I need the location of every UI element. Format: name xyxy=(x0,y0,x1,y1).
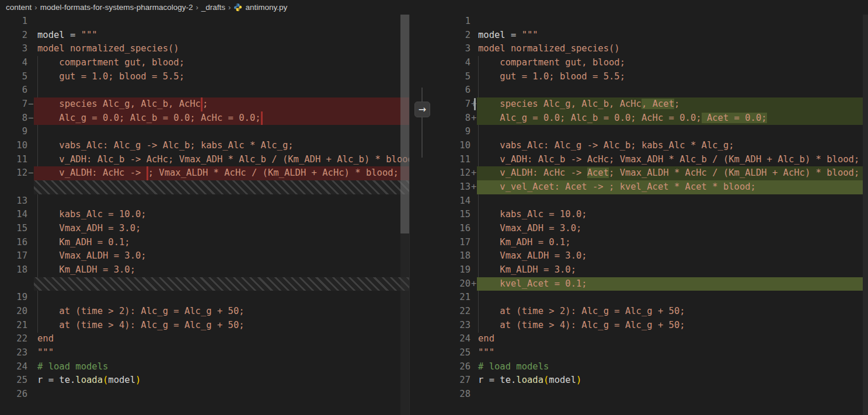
line-number[interactable]: 11 xyxy=(0,153,27,167)
code-line[interactable]: 3model normalized_species() xyxy=(0,42,409,56)
line-number[interactable]: 21 xyxy=(0,319,27,333)
line-number[interactable]: 5 xyxy=(435,70,470,84)
code-line[interactable]: 9 xyxy=(435,125,863,139)
line-number[interactable]: 3 xyxy=(435,42,470,56)
line-number[interactable]: 7 xyxy=(0,97,27,111)
line-number[interactable]: 24 xyxy=(435,332,470,346)
line-number[interactable]: 18 xyxy=(0,263,27,277)
code-line[interactable]: 11 v_ADH: Alc_b -> AcHc; Vmax_ADH * Alc_… xyxy=(0,153,409,167)
line-number[interactable]: 1 xyxy=(0,15,27,29)
code-line[interactable]: 5 gut = 1.0; blood = 5.5; xyxy=(435,70,863,84)
code-line[interactable]: 14 kabs_Alc = 10.0; xyxy=(0,208,409,222)
line-number[interactable]: 2 xyxy=(0,29,27,43)
line-number[interactable]: 4 xyxy=(435,56,470,70)
code-line[interactable]: 1 xyxy=(435,15,863,29)
code-line[interactable]: 15 kabs_Alc = 10.0; xyxy=(435,208,863,222)
code-line[interactable]: 21 xyxy=(435,291,863,305)
left-scrollbar[interactable] xyxy=(400,15,409,415)
line-number[interactable]: 13 xyxy=(0,194,27,208)
code-line[interactable]: 4 compartment gut, blood; xyxy=(0,56,409,70)
code-line[interactable]: 2model = """ xyxy=(435,29,863,43)
line-number[interactable]: 7 xyxy=(435,97,470,111)
line-number[interactable]: 20 xyxy=(0,305,27,319)
code-line[interactable]: 15 Vmax_ADH = 3.0; xyxy=(0,222,409,236)
code-line[interactable]: 23""" xyxy=(0,346,409,360)
code-line[interactable]: 3model normalized_species() xyxy=(435,42,863,56)
line-number[interactable]: 2 xyxy=(435,29,470,43)
line-number[interactable]: 26 xyxy=(435,360,470,374)
breadcrumb-item-content[interactable]: content xyxy=(6,3,32,12)
code-line[interactable]: 26 xyxy=(0,388,409,402)
line-number[interactable]: 28 xyxy=(435,388,470,402)
code-line[interactable]: 5 gut = 1.0; blood = 5.5; xyxy=(0,70,409,84)
breadcrumb-item-folder[interactable]: model-formats-for-systems-pharmacology-2 xyxy=(40,3,193,12)
code-line[interactable]: 17 Km_ADH = 0.1; xyxy=(435,236,863,250)
code-line[interactable]: 19 xyxy=(0,291,409,305)
line-number[interactable]: 1 xyxy=(435,15,470,29)
code-line[interactable]: 23 at (time > 4): Alc_g = Alc_g + 50; xyxy=(435,319,863,333)
code-line[interactable]: 7+ species Alc_g, Alc_b, AcHc, Acet; xyxy=(435,97,863,111)
line-number[interactable]: 20 xyxy=(435,277,470,291)
line-number[interactable]: 13 xyxy=(435,180,470,194)
line-number[interactable]: 8 xyxy=(0,111,27,125)
line-number[interactable]: 21 xyxy=(435,291,470,305)
line-number[interactable]: 16 xyxy=(435,222,470,236)
code-line[interactable]: 6 xyxy=(0,83,409,97)
line-number[interactable]: 5 xyxy=(0,70,27,84)
code-line[interactable]: 22 at (time > 2): Alc_g = Alc_g + 50; xyxy=(435,305,863,319)
code-line[interactable]: 21 at (time > 4): Alc_g = Alc_g + 50; xyxy=(0,319,409,333)
line-number[interactable]: 22 xyxy=(0,332,27,346)
line-number[interactable]: 26 xyxy=(0,388,27,402)
line-number[interactable]: 8 xyxy=(435,111,470,125)
code-line[interactable]: 22end xyxy=(0,332,409,346)
code-line[interactable]: 28 xyxy=(435,388,863,402)
diff-sash[interactable] xyxy=(421,88,423,158)
line-number[interactable]: 12 xyxy=(435,166,470,180)
line-number[interactable]: 19 xyxy=(0,291,27,305)
code-line[interactable]: 13 xyxy=(0,194,409,208)
code-line[interactable]: 20 at (time > 2): Alc_g = Alc_g + 50; xyxy=(0,305,409,319)
line-number[interactable]: 16 xyxy=(0,236,27,250)
line-number[interactable]: 18 xyxy=(435,249,470,263)
code-line[interactable]: 1 xyxy=(0,15,409,29)
line-number[interactable]: 23 xyxy=(435,319,470,333)
code-line[interactable]: 25""" xyxy=(435,346,863,360)
line-number[interactable]: 14 xyxy=(0,208,27,222)
code-line[interactable]: 12+ v_ALDH: AcHc -> Acet; Vmax_ALDH * Ac… xyxy=(435,166,863,180)
line-number[interactable]: 12 xyxy=(0,166,27,180)
code-line[interactable]: 25r = te.loada(model) xyxy=(0,374,409,388)
line-number[interactable]: 6 xyxy=(0,83,27,97)
code-line[interactable]: 16 Km_ADH = 0.1; xyxy=(0,236,409,250)
code-line[interactable]: 10 vabs_Alc: Alc_g -> Alc_b; kabs_Alc * … xyxy=(435,139,863,153)
left-scrollbar-thumb[interactable] xyxy=(400,15,409,233)
code-line[interactable]: 2model = """ xyxy=(0,29,409,43)
line-number[interactable]: 23 xyxy=(0,346,27,360)
code-line[interactable]: 17 Vmax_ALDH = 3.0; xyxy=(0,249,409,263)
line-number[interactable]: 9 xyxy=(435,125,470,139)
line-number[interactable]: 27 xyxy=(435,374,470,388)
line-number[interactable]: 17 xyxy=(435,236,470,250)
code-line[interactable]: 8+ Alc_g = 0.0; Alc_b = 0.0; AcHc = 0.0;… xyxy=(435,111,863,125)
line-number[interactable]: 22 xyxy=(435,305,470,319)
line-number[interactable]: 4 xyxy=(0,56,27,70)
code-line[interactable]: 13+ v_vel_Acet: Acet -> ; kvel_Acet * Ac… xyxy=(435,180,863,194)
apply-change-arrow-button[interactable]: → xyxy=(414,102,430,117)
code-line[interactable]: 26# load models xyxy=(435,360,863,374)
code-line[interactable]: 27r = te.loada(model) xyxy=(435,374,863,388)
code-line[interactable]: 18 Km_ALDH = 3.0; xyxy=(0,263,409,277)
code-line[interactable]: 6 xyxy=(435,83,863,97)
code-line[interactable]: 11 v_ADH: Alc_b -> AcHc; Vmax_ADH * Alc_… xyxy=(435,153,863,167)
line-number[interactable]: 15 xyxy=(0,222,27,236)
code-line[interactable]: 18 Vmax_ALDH = 3.0; xyxy=(435,249,863,263)
line-number[interactable]: 17 xyxy=(0,249,27,263)
code-line[interactable]: 4 compartment gut, blood; xyxy=(435,56,863,70)
code-line[interactable]: 7− species Alc_g, Alc_b, AcHc; xyxy=(0,97,409,111)
code-line[interactable]: 10 vabs_Alc: Alc_g -> Alc_b; kabs_Alc * … xyxy=(0,139,409,153)
code-line[interactable]: 9 xyxy=(0,125,409,139)
line-number[interactable]: 11 xyxy=(435,153,470,167)
line-number[interactable]: 14 xyxy=(435,194,470,208)
line-number[interactable]: 25 xyxy=(435,346,470,360)
line-number[interactable]: 9 xyxy=(0,125,27,139)
code-line[interactable]: 16 Vmax_ADH = 3.0; xyxy=(435,222,863,236)
line-number[interactable]: 10 xyxy=(0,139,27,153)
